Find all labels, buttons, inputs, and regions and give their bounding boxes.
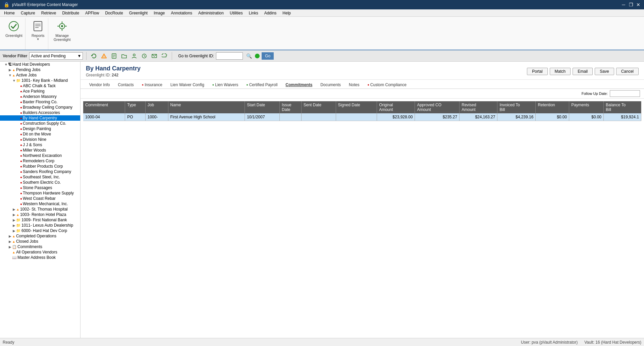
match-button[interactable]: Match	[550, 68, 571, 75]
folder-btn[interactable]	[120, 52, 128, 60]
reports-ribbon-icon[interactable]	[31, 19, 45, 33]
sidebar-item-construction[interactable]: ● Construction Supply Co.	[0, 121, 80, 126]
sidebar-item-commitments[interactable]: ▶ 📋 Commitments	[0, 244, 80, 249]
save-button[interactable]: Save	[595, 68, 614, 75]
col-approved-co: Approved COAmount	[415, 101, 460, 113]
status-vault: Vault: 16 (Hard Hat Developers)	[584, 340, 641, 345]
sidebar-item-builders[interactable]: ● Builders Accessories	[0, 110, 80, 115]
followup-input[interactable]	[610, 90, 640, 97]
sidebar-item-thompson[interactable]: ● Thompson Hardware Supply	[0, 190, 80, 196]
portal-button[interactable]: Portal	[527, 68, 547, 75]
document-btn[interactable]	[110, 52, 118, 60]
close-button[interactable]: ✕	[635, 2, 641, 8]
manage-greenlight-icon[interactable]	[55, 19, 69, 33]
allops-label: All Operations Vendors	[16, 250, 57, 254]
restore-button[interactable]: ❐	[628, 2, 634, 8]
goto-input[interactable]	[216, 52, 243, 60]
tab-commitments[interactable]: Commitments	[282, 81, 316, 89]
menu-item-administration[interactable]: Administration	[196, 10, 226, 16]
sidebar-item-completed[interactable]: ▶ ▲ Completed Operations	[0, 233, 80, 239]
menu-item-utilities[interactable]: Utilities	[227, 10, 246, 16]
tab-lien-waiver-config[interactable]: Lien Waiver Config	[167, 81, 208, 89]
job1002-icon: ▲	[16, 208, 19, 211]
tab-documents[interactable]: Documents	[317, 81, 344, 89]
tab-contacts[interactable]: Contacts	[114, 81, 137, 89]
sidebar-item-closed[interactable]: ▶ ▲ Closed Jobs	[0, 239, 80, 244]
go-button[interactable]: Go	[262, 52, 274, 60]
person-btn[interactable]	[130, 52, 138, 60]
sidebar-item-masterbook[interactable]: 📖 Master Address Book	[0, 255, 80, 260]
greenlight-id-value: 242	[112, 73, 118, 77]
sidebar-item-rubber[interactable]: ● Rubber Products Corp	[0, 164, 80, 169]
table-row[interactable]: 1000-04PO1000-First Avenue High School10…	[83, 113, 641, 121]
sidebar-item-westcoast[interactable]: ● West Coast Rebar	[0, 196, 80, 201]
menu-item-distribute[interactable]: Distribute	[59, 10, 82, 16]
sidebar-item-job1003[interactable]: ▶ ▲ 1003- Renton Hotel Plaza	[0, 212, 80, 217]
menu-item-capture[interactable]: Capture	[18, 10, 38, 16]
col-revised-amount: RevisedAmount	[460, 101, 497, 113]
sidebar-item-job1009[interactable]: ▶ 📁 1009- First National Bank	[0, 217, 80, 223]
content-title: By Hand Carpentry	[86, 65, 141, 72]
sidebar-item-job1011[interactable]: ▶ 📁 1011- Lexus Auto Dealership	[0, 223, 80, 228]
email-btn[interactable]	[150, 52, 158, 60]
sidebar-item-ace[interactable]: ● Ace Parking	[0, 89, 80, 94]
cell-approved_co: $235.27	[415, 113, 460, 121]
sidebar-item-western[interactable]: ● Western Mechanical, Inc.	[0, 201, 80, 207]
refresh-btn[interactable]	[90, 52, 98, 60]
tab-lien-waivers[interactable]: ● Lien Waivers	[209, 81, 241, 89]
search-btn[interactable]: 🔍	[245, 52, 253, 60]
sidebar-item-job1001[interactable]: ▼ 📁 1001- Key Bank - Midland	[0, 78, 80, 83]
sidebar-item-job1002[interactable]: ▶ ▲ 1002- St. Thomas Hospital	[0, 207, 80, 212]
sidebar-item-baxter[interactable]: ● Baxter Flooring Co.	[0, 99, 80, 105]
western-label: Western Mechanical, Inc.	[23, 201, 68, 206]
menu-item-annotations[interactable]: Annotations	[168, 10, 195, 16]
menu-item-apflow[interactable]: APFlow	[83, 10, 102, 16]
minimize-button[interactable]: ─	[621, 2, 627, 8]
warning-btn[interactable]	[100, 52, 108, 60]
sidebar-item-active[interactable]: ▼ ▲ Active Jobs	[0, 72, 80, 78]
sidebar-item-abc[interactable]: ● ABC Chalk & Tack	[0, 83, 80, 89]
menu-item-retrieve[interactable]: Retrieve	[39, 10, 59, 16]
southern-dot: ●	[20, 181, 22, 184]
menu-item-greenlight[interactable]: Greenlight	[126, 10, 150, 16]
greenlight-ribbon-icon[interactable]	[7, 19, 20, 33]
menu-item-image[interactable]: Image	[151, 10, 167, 16]
sidebar-item-sanders[interactable]: ● Sanders Roofing Company	[0, 169, 80, 174]
clock-btn[interactable]	[140, 52, 148, 60]
menu-item-help[interactable]: Help	[280, 10, 293, 16]
sidebar-item-job6000[interactable]: ▶ 📁 6000- Hard Hat Dev Corp	[0, 228, 80, 233]
tab-custom-compliance[interactable]: ● Custom Compliance	[364, 81, 410, 89]
sidebar-item-miller[interactable]: ● Miller Woods	[0, 148, 80, 153]
email-button[interactable]: Email	[573, 68, 593, 75]
sidebar-item-northwest[interactable]: ● Northwest Excavation	[0, 153, 80, 158]
menu-item-docroute[interactable]: DocRoute	[102, 10, 125, 16]
cloud-btn[interactable]	[160, 52, 168, 60]
sidebar-item-anderson[interactable]: ● Anderson Masonry	[0, 94, 80, 99]
sidebar-item-broadway[interactable]: ● Broadway Ceiling Company	[0, 105, 80, 110]
sidebar-item-southern[interactable]: ● Southern Electric Co.	[0, 180, 80, 185]
sidebar-item-jj[interactable]: ● J J & Sons	[0, 142, 80, 148]
sidebar-item-allops[interactable]: ▲ All Operations Vendors	[0, 249, 80, 255]
sidebar-item-stone[interactable]: ● Stone Passages	[0, 185, 80, 190]
sidebar-root[interactable]: ▼ 🏗 Hard Hat Developers	[0, 62, 80, 67]
sidebar-item-byhand[interactable]: ● By Hand Carpentry	[0, 115, 80, 121]
root-icon: 🏗	[8, 62, 12, 66]
cell-job: 1000-	[145, 113, 168, 121]
tab-notes[interactable]: Notes	[345, 81, 363, 89]
status-filter-dropdown[interactable]: Active and Pending ▼	[29, 52, 83, 60]
menu-item-addins[interactable]: Addins	[262, 10, 279, 16]
tab-insurance[interactable]: ● Insurance	[139, 81, 166, 89]
sidebar-item-southeast[interactable]: ● Southeast Steel, Inc.	[0, 174, 80, 180]
sidebar-item-remodelers[interactable]: ● Remodelers Corp	[0, 158, 80, 164]
menu-item-links[interactable]: Links	[246, 10, 261, 16]
menu-item-home[interactable]: Home	[1, 10, 17, 16]
sidebar-item-pending[interactable]: ▶ ▲ Pending Jobs	[0, 67, 80, 72]
sidebar-item-division[interactable]: ● Division Nine	[0, 137, 80, 142]
tab-certified-payroll[interactable]: ● Certified Payroll	[243, 81, 281, 89]
baxter-dot: ●	[20, 100, 22, 104]
southeast-label: Southeast Steel, Inc.	[23, 175, 60, 179]
cancel-button[interactable]: Cancel	[616, 68, 639, 75]
tab-vendor-info[interactable]: Vendor Info	[86, 81, 113, 89]
sidebar-item-dit[interactable]: ● Dit on the Move	[0, 131, 80, 137]
sidebar-item-design[interactable]: ● Design Painting	[0, 126, 80, 131]
